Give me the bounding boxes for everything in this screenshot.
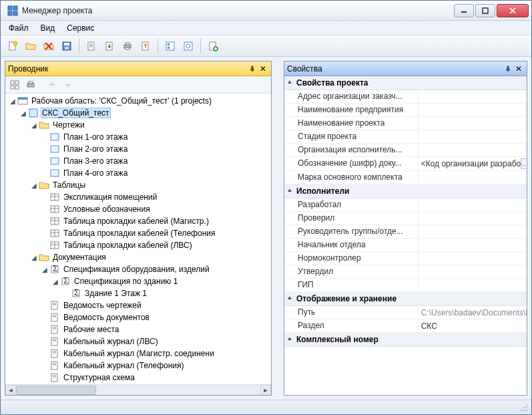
menu-service[interactable]: Сервис [61,22,99,34]
expand-icon[interactable]: ◢ [51,277,60,286]
tree-item[interactable]: Ведомость чертежей [62,301,143,310]
prop-value[interactable] [418,144,527,156]
tree-item[interactable]: Экспликация помещений [62,192,158,202]
prop-value[interactable] [418,252,527,265]
toolbar-promote-icon[interactable] [138,38,154,54]
prop-name: Начальник отдела [284,239,418,251]
tree-item[interactable]: Таблица прокладки кабелей (ЛВС) [62,241,194,250]
explorer-toolbar [5,76,271,94]
tree-item[interactable]: Спецификация по зданию 1 [73,277,179,286]
horizontal-scrollbar[interactable]: ◄ ► [5,384,271,395]
scroll-right-icon[interactable]: ► [260,385,271,395]
svg-point-88 [526,404,527,406]
tree-item[interactable]: План 3-его этажа [62,156,129,166]
tree-item[interactable]: План 2-ого этажа [62,144,129,154]
tree-item[interactable]: Условные обозначения [62,204,152,214]
prop-category-storage[interactable]: Отображение и хранение [284,292,527,306]
pin-icon[interactable] [247,63,258,74]
spec-icon: Σ [71,288,81,299]
project-icon [28,108,39,118]
explorer-up-icon[interactable] [45,78,59,92]
prop-value[interactable] [418,104,527,116]
prop-category-complex[interactable]: Комплексный номер [284,333,527,347]
toolbar-export-icon[interactable] [101,38,117,54]
doc-icon [49,372,60,383]
prop-name: Нормоконтролер [284,252,418,265]
tree-item[interactable]: Структурная схема [62,373,136,382]
toolbar-open-icon[interactable] [23,38,39,54]
svg-rect-22 [125,47,129,49]
scroll-left-icon[interactable]: ◄ [5,385,16,395]
expand-icon[interactable]: ◢ [8,96,17,106]
pin-icon[interactable] [503,63,513,74]
minimize-button[interactable] [454,4,474,17]
tree-item[interactable]: План 4-ого этажа [62,168,129,178]
tree-folder-drawings[interactable]: Чертежи [51,120,86,130]
tree-item[interactable]: Спецификация оборудования, изделий [62,265,211,274]
tree-node-workspace[interactable]: Рабочая область: 'СКС_Общий_тест' (1 pro… [30,96,213,106]
panel-splitter[interactable] [276,61,280,396]
tree-item[interactable]: Ведомость документов [62,313,151,322]
prop-value[interactable] [418,171,527,184]
toolbar-save-icon[interactable] [59,38,75,54]
prop-value[interactable] [418,212,527,225]
prop-value[interactable]: C:\Users\badaev\Documents\Пр [418,306,527,319]
expand-icon[interactable]: ◢ [19,108,28,118]
toolbar-new-icon[interactable] [5,38,21,54]
doc-icon [49,360,60,371]
tree-item[interactable]: Кабельный журнал (Магистр. соединени [62,349,216,358]
doc-icon [49,300,60,311]
resize-grip-icon[interactable] [519,403,529,412]
svg-rect-70 [51,313,57,321]
tree-item[interactable]: Таблица прокладки кабелей (Магистр.) [62,217,210,226]
prop-value[interactable]: СКС [418,319,527,332]
tree-item[interactable]: Кабельный журнал (Телефония) [62,361,186,370]
expand-icon[interactable]: ◢ [29,120,39,130]
tree-item[interactable]: План 1-ого этажа [62,132,129,142]
prop-value[interactable] [418,225,527,238]
prop-value[interactable] [418,90,527,103]
menu-view[interactable]: Вид [35,22,61,34]
expand-icon[interactable]: ◢ [29,253,39,262]
prop-name: Организация исполнитель... [284,144,418,156]
main-toolbar [1,35,531,57]
toolbar-add-icon[interactable] [205,38,221,54]
tree-folder-docs[interactable]: Документация [51,253,107,262]
ellipsis-button[interactable]: ... [521,158,527,169]
prop-value[interactable] [418,239,527,251]
svg-point-90 [526,407,527,408]
explorer-down-icon[interactable] [61,78,75,92]
toolbar-settings-icon[interactable] [180,38,196,54]
toolbar-delete-icon[interactable] [41,38,57,54]
prop-category-executors[interactable]: Исполнители [284,184,527,198]
project-tree[interactable]: ◢Рабочая область: 'СКС_Общий_тест' (1 pr… [5,94,271,384]
menu-file[interactable]: Файл [3,22,34,34]
tree-item[interactable]: Таблица прокладки кабелей (Телефония [62,229,216,238]
prop-value[interactable] [418,130,527,143]
close-button[interactable] [497,4,529,17]
expand-icon[interactable]: ◢ [40,265,49,274]
tree-folder-tables[interactable]: Таблицы [51,180,87,190]
prop-value[interactable] [418,265,527,278]
prop-value[interactable] [418,279,527,291]
tree-item[interactable]: Кабельный журнал (ЛВС) [62,337,160,346]
prop-value[interactable] [418,117,527,130]
toolbar-properties-icon[interactable] [162,38,178,54]
prop-value[interactable] [418,198,527,211]
tree-item[interactable]: Здание 1 Этаж 1 [83,289,148,298]
tree-item[interactable]: Рабочие места [62,325,120,334]
panel-close-icon[interactable]: ✕ [258,63,268,74]
maximize-button[interactable] [475,4,495,17]
explorer-print-icon[interactable] [24,78,37,92]
toolbar-doc-icon[interactable] [83,38,99,54]
prop-category-project[interactable]: Свойства проекта [284,76,527,90]
properties-grid[interactable]: Свойства проекта Адрес организации заказ… [284,76,527,395]
expand-icon[interactable]: ◢ [29,180,39,190]
explorer-view-icon[interactable] [8,78,21,92]
doc-icon [49,348,60,359]
scroll-thumb[interactable] [16,386,96,395]
prop-value[interactable]: <Код организации разрабо... [418,157,527,170]
panel-close-icon[interactable]: ✕ [513,63,524,74]
tree-node-project[interactable]: СКС_Общий_тест [41,108,111,118]
toolbar-print-icon[interactable] [119,38,136,54]
